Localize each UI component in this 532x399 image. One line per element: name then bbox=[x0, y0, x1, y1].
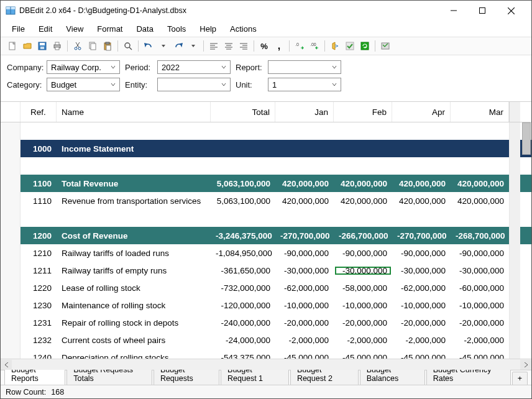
cell-name[interactable]: Revenue from transportation services bbox=[57, 196, 211, 206]
cell-name[interactable] bbox=[57, 209, 211, 227]
cell-value[interactable]: -30,000,000 bbox=[275, 266, 334, 275]
cell-name[interactable]: Income Statement bbox=[57, 144, 211, 154]
find-icon[interactable] bbox=[121, 39, 135, 53]
cell-name[interactable]: Maintenance of rolling stock bbox=[57, 301, 211, 310]
comma-format-icon[interactable]: , bbox=[272, 39, 286, 53]
row-gutter[interactable] bbox=[1, 227, 21, 244]
cell-name[interactable]: Repair of rolling stock in depots bbox=[57, 318, 211, 328]
refresh-icon[interactable] bbox=[358, 39, 372, 53]
cell-value[interactable]: -2,000,000 bbox=[392, 336, 451, 345]
print-icon[interactable] bbox=[50, 39, 64, 53]
cell-name[interactable] bbox=[57, 122, 211, 140]
table-row[interactable]: 1240Depreciation of rolling stocks-543,3… bbox=[1, 349, 531, 359]
cell-ref[interactable]: 1211 bbox=[21, 266, 57, 275]
cell-name[interactable]: Railway tariffs of loaded runs bbox=[57, 249, 211, 258]
period-combo[interactable]: 2022 bbox=[157, 60, 231, 74]
cell-value[interactable]: -2,000,000 bbox=[334, 336, 392, 345]
column-apr[interactable]: Apr bbox=[392, 102, 451, 122]
column-mar[interactable]: Mar bbox=[451, 102, 509, 122]
close-button[interactable] bbox=[497, 1, 525, 20]
table-row[interactable]: 1232Current costs of wheel pairs-24,000,… bbox=[1, 331, 531, 349]
unit-combo[interactable]: 1 bbox=[268, 78, 341, 91]
cell-name[interactable]: Total Revenue bbox=[57, 179, 211, 188]
cell-value[interactable]: -240,000,000 bbox=[211, 318, 275, 328]
cell-value[interactable] bbox=[275, 157, 334, 175]
cell-value[interactable]: -361,650,000 bbox=[211, 266, 275, 275]
table-row[interactable]: 1210Railway tariffs of loaded runs-1,084… bbox=[1, 244, 531, 262]
cell-value[interactable]: 420,000,000 bbox=[392, 196, 451, 206]
cell-value[interactable]: -10,000,000 bbox=[451, 301, 509, 310]
cell-ref[interactable] bbox=[21, 157, 57, 175]
options-icon[interactable] bbox=[378, 39, 392, 53]
cell-ref[interactable] bbox=[21, 122, 57, 140]
tab-add[interactable]: + bbox=[512, 372, 528, 385]
cell-ref[interactable]: 1110 bbox=[21, 196, 57, 206]
align-center-icon[interactable] bbox=[222, 39, 236, 53]
cell-value[interactable]: -60,000,000 bbox=[451, 283, 509, 293]
row-gutter[interactable] bbox=[1, 331, 21, 349]
cell-value[interactable]: -543,375,000 bbox=[211, 353, 275, 359]
menu-actions[interactable]: Actions bbox=[224, 22, 263, 35]
cell-value[interactable] bbox=[275, 209, 334, 227]
table-row[interactable]: 1200Cost of Revenue-3,246,375,000-270,70… bbox=[1, 227, 531, 244]
table-row[interactable] bbox=[1, 209, 531, 227]
cell-value[interactable]: -10,000,000 bbox=[334, 301, 392, 310]
cell-value[interactable]: -45,000,000 bbox=[334, 353, 392, 359]
column-name[interactable]: Name bbox=[57, 102, 211, 122]
minimize-button[interactable] bbox=[439, 1, 468, 20]
cell-value[interactable]: 420,000,000 bbox=[451, 196, 509, 206]
cell-ref[interactable]: 1100 bbox=[21, 179, 57, 188]
cell-value[interactable] bbox=[451, 209, 509, 227]
row-gutter[interactable] bbox=[1, 349, 21, 359]
cell-value[interactable]: -62,000,000 bbox=[392, 283, 451, 293]
menu-edit[interactable]: Edit bbox=[32, 22, 58, 35]
validate-icon[interactable] bbox=[343, 39, 357, 53]
cell-name[interactable]: Lease of rolling stock bbox=[57, 283, 211, 293]
table-row[interactable] bbox=[1, 122, 531, 140]
column-jan[interactable]: Jan bbox=[275, 102, 334, 122]
maximize-button[interactable] bbox=[468, 1, 497, 20]
align-right-icon[interactable] bbox=[237, 39, 250, 53]
menu-data[interactable]: Data bbox=[130, 22, 159, 35]
redo-icon[interactable] bbox=[172, 39, 185, 53]
cell-ref[interactable]: 1210 bbox=[21, 249, 57, 258]
open-icon[interactable] bbox=[21, 39, 34, 53]
cell-value[interactable]: -10,000,000 bbox=[392, 301, 451, 310]
cell-value[interactable]: 420,000,000 bbox=[275, 179, 334, 188]
cell-value[interactable] bbox=[275, 122, 334, 140]
menu-format[interactable]: Format bbox=[91, 22, 129, 35]
table-row[interactable]: 1220Lease of rolling stock-732,000,000-6… bbox=[1, 279, 531, 296]
report-combo[interactable] bbox=[268, 60, 341, 74]
cell-value[interactable]: -62,000,000 bbox=[275, 283, 334, 293]
table-row[interactable]: 1110Revenue from transportation services… bbox=[1, 192, 531, 209]
cell-value[interactable]: -45,000,000 bbox=[392, 353, 451, 359]
cell-name[interactable]: Current costs of wheel pairs bbox=[57, 336, 211, 345]
cell-value[interactable]: -45,000,000 bbox=[451, 353, 509, 359]
cell-value[interactable] bbox=[392, 122, 451, 140]
cell-ref[interactable]: 1232 bbox=[21, 336, 57, 345]
cell-value[interactable]: -266,700,000 bbox=[334, 231, 392, 241]
cell-value[interactable]: -268,700,000 bbox=[451, 231, 509, 241]
table-row[interactable]: 1211Railway tariffs of empty runs-361,65… bbox=[1, 262, 531, 279]
row-gutter[interactable] bbox=[1, 244, 21, 262]
cell-name[interactable]: Cost of Revenue bbox=[57, 231, 211, 241]
cell-value[interactable]: -90,000,000 bbox=[451, 249, 509, 258]
cell-value[interactable]: -58,000,000 bbox=[334, 283, 392, 293]
entity-combo[interactable] bbox=[157, 78, 231, 91]
scroll-right-arrow[interactable] bbox=[520, 360, 531, 370]
cell-ref[interactable] bbox=[21, 209, 57, 227]
column-ref[interactable]: Ref. bbox=[21, 102, 57, 122]
cell-value[interactable]: 420,000,000 bbox=[334, 196, 392, 206]
redo-dropdown-icon[interactable] bbox=[186, 39, 200, 53]
undo-dropdown-icon[interactable] bbox=[157, 39, 170, 53]
cell-value[interactable]: -30,000,000 bbox=[334, 266, 392, 275]
cell-value[interactable]: 420,000,000 bbox=[392, 179, 451, 188]
cell-value[interactable]: -1,084,950,000 bbox=[211, 249, 275, 258]
cell-value[interactable]: -120,000,000 bbox=[211, 301, 275, 310]
cell-value[interactable] bbox=[451, 157, 509, 175]
scroll-up-arrow[interactable] bbox=[509, 102, 520, 122]
cell-value[interactable]: -20,000,000 bbox=[275, 318, 334, 328]
cell-value[interactable]: -2,000,000 bbox=[275, 336, 334, 345]
table-row[interactable]: 1000Income Statement bbox=[1, 140, 531, 157]
column-gutter[interactable] bbox=[1, 102, 21, 122]
